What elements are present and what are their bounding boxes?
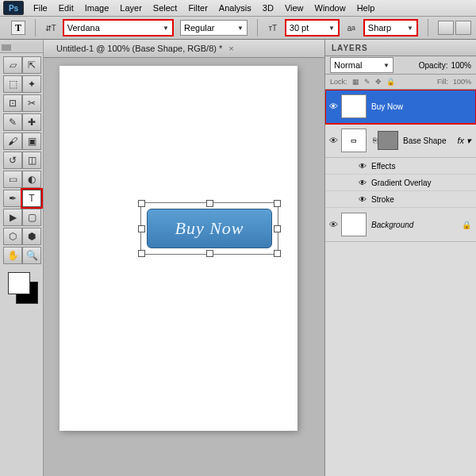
menu-window[interactable]: Window	[315, 3, 346, 13]
effects-group[interactable]: 👁Effects	[325, 158, 476, 175]
app-logo: Ps	[3, 1, 24, 15]
brush-tool[interactable]: 🖌	[3, 132, 22, 150]
eyedropper-tool[interactable]: ✎	[3, 113, 22, 131]
fx-icon[interactable]: fx ▾	[457, 136, 471, 146]
layer-name: Background	[371, 221, 413, 229]
magic-wand-tool[interactable]: ✦	[22, 75, 41, 93]
tool-preset-icon[interactable]: T	[11, 21, 25, 35]
layer-base-shape[interactable]: 👁 ▭ ⎘ Base Shape fx ▾	[325, 124, 476, 158]
patch-tool[interactable]: ✚	[22, 113, 41, 131]
font-family-dropdown[interactable]: Verdana▼	[63, 19, 174, 36]
menu-file[interactable]: File	[33, 3, 48, 13]
3d-tool[interactable]: ⬡	[3, 228, 22, 245]
menu-3d[interactable]: 3D	[263, 3, 274, 13]
foreground-color[interactable]	[8, 272, 30, 294]
orientation-icon[interactable]: ⇵T	[45, 22, 56, 33]
marquee-tool[interactable]: ⬚	[3, 75, 22, 93]
eraser-tool[interactable]: ◫	[22, 152, 41, 169]
visibility-icon[interactable]: 👁	[325, 102, 341, 111]
menu-layer[interactable]: Layer	[120, 3, 142, 13]
layer-thumb-text: T	[341, 94, 367, 118]
menu-bar: Ps File Edit Image Layer Select Filter A…	[0, 0, 476, 17]
align-left-icon[interactable]	[438, 21, 454, 35]
menu-view[interactable]: View	[285, 3, 304, 13]
handle-ml[interactable]	[138, 225, 145, 232]
menu-image[interactable]: Image	[85, 3, 109, 13]
zoom-tool[interactable]: 🔍	[22, 247, 41, 264]
lock-transparent-icon[interactable]: ▦	[352, 78, 359, 86]
layer-buy-now[interactable]: 👁 T Buy Now	[325, 90, 476, 124]
layers-panel: LAYERS Normal▼ Opacity: 100% Lock: ▦ ✎ ✥…	[324, 40, 476, 476]
main-menu: File Edit Image Layer Select Filter Anal…	[33, 3, 374, 13]
color-swatches[interactable]	[0, 267, 43, 317]
handle-tr[interactable]	[274, 200, 281, 207]
handle-tl[interactable]	[138, 200, 145, 207]
menu-select[interactable]: Select	[153, 3, 178, 13]
layer-mask-thumb	[378, 131, 398, 150]
toolbox: ▱⇱⬚✦⊡✂✎✚🖌▣↺◫▭◐✒T▶▢⬡⬢✋🔍	[0, 40, 44, 476]
visibility-icon[interactable]: 👁	[325, 136, 341, 145]
document-tab[interactable]: Untitled-1 @ 100% (Base Shape, RGB/8) *×	[44, 40, 324, 58]
effect-gradient-overlay[interactable]: 👁Gradient Overlay	[325, 175, 476, 191]
blend-mode-dropdown[interactable]: Normal▼	[330, 57, 393, 73]
layers-tab[interactable]: LAYERS	[325, 40, 476, 56]
handle-br[interactable]	[274, 250, 281, 257]
move-tool[interactable]: ▱	[3, 56, 22, 74]
blur-tool[interactable]: ◐	[22, 171, 41, 188]
layer-thumb-shape: ▭	[341, 129, 367, 152]
3d-camera-tool[interactable]: ⬢	[22, 228, 41, 245]
menu-analysis[interactable]: Analysis	[219, 3, 251, 13]
lock-position-icon[interactable]: ✥	[375, 78, 382, 86]
menu-edit[interactable]: Edit	[59, 3, 74, 13]
visibility-icon[interactable]: 👁	[325, 220, 341, 229]
canvas-area: Buy Now	[44, 58, 324, 476]
layer-thumb-bg	[341, 213, 367, 236]
fill-label: Fill:	[437, 78, 448, 86]
font-size-icon: тT	[267, 22, 278, 33]
opacity-value[interactable]: 100%	[451, 61, 471, 70]
lock-paint-icon[interactable]: ✎	[364, 78, 370, 86]
type-tool[interactable]: T	[22, 190, 41, 207]
align-center-icon[interactable]	[455, 21, 471, 35]
font-size-dropdown[interactable]: 30 pt▼	[285, 19, 340, 36]
pen-tool[interactable]: ✒	[3, 190, 22, 207]
layer-background[interactable]: 👁 Background 🔒	[325, 208, 476, 242]
menu-help[interactable]: Help	[357, 3, 375, 13]
history-brush-tool[interactable]: ↺	[3, 152, 22, 169]
options-bar: T ⇵T Verdana▼ Regular▼ тT 30 pt▼ aa Shar…	[0, 17, 476, 40]
path-select-tool[interactable]: ▶	[3, 209, 22, 226]
transform-bounding-box[interactable]	[140, 202, 278, 255]
direct-select-tool[interactable]: ⇱	[22, 56, 41, 74]
lock-icon: 🔒	[462, 221, 471, 229]
hand-tool[interactable]: ✋	[3, 247, 22, 264]
anti-alias-dropdown[interactable]: Sharp▼	[363, 19, 418, 36]
handle-mr[interactable]	[274, 225, 281, 232]
opacity-label: Opacity:	[419, 61, 448, 70]
fill-value[interactable]: 100%	[453, 78, 471, 86]
handle-bl[interactable]	[138, 250, 145, 257]
handle-tc[interactable]	[206, 200, 213, 207]
menu-filter[interactable]: Filter	[188, 3, 207, 13]
crop-tool[interactable]: ⊡	[3, 94, 22, 112]
anti-alias-icon: aa	[346, 22, 357, 33]
effect-stroke[interactable]: 👁Stroke	[325, 191, 476, 208]
handle-bc[interactable]	[206, 250, 213, 257]
layer-name: Buy Now	[371, 102, 403, 111]
gradient-tool[interactable]: ▭	[3, 171, 22, 188]
font-style-dropdown[interactable]: Regular▼	[180, 20, 248, 36]
lock-all-icon[interactable]: 🔒	[386, 78, 395, 86]
shape-tool[interactable]: ▢	[22, 209, 41, 226]
slice-tool[interactable]: ✂	[22, 94, 41, 112]
layer-name: Base Shape	[403, 136, 447, 145]
lock-label: Lock:	[330, 78, 347, 86]
stamp-tool[interactable]: ▣	[22, 132, 41, 150]
